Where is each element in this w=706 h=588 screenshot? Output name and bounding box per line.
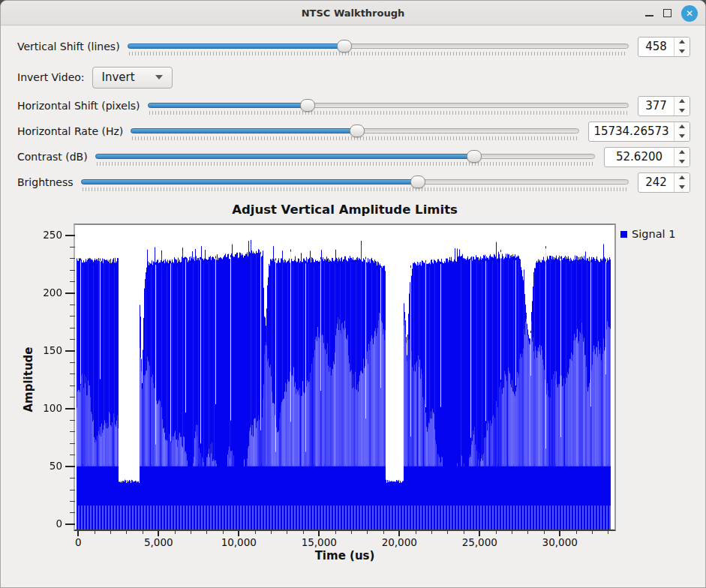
maximize-button[interactable] [663, 9, 671, 17]
xlabel: 5,000 [132, 536, 185, 548]
spin-up-button[interactable] [674, 148, 689, 158]
slider-tick-marks [129, 52, 627, 56]
invert-video-dropdown[interactable]: Invert [92, 67, 173, 88]
slider-tick-marks [97, 162, 593, 166]
arrow-up-icon [679, 150, 685, 154]
xtick-minor [447, 531, 448, 534]
brightness-label: Brightness [17, 176, 74, 188]
ytick [65, 292, 75, 294]
slider-handle[interactable] [300, 99, 315, 112]
vertical-shift-label: Vertical Shift (lines) [17, 40, 120, 52]
xtick-minor [527, 531, 528, 534]
invert-video-selected: Invert [102, 70, 135, 84]
xtick-minor [110, 531, 111, 534]
ytick [65, 350, 75, 352]
brightness-slider[interactable] [81, 172, 629, 193]
spin-up-button[interactable] [674, 122, 689, 132]
spin-up-button[interactable] [674, 38, 689, 47]
horizontal-shift-value[interactable]: 377 [638, 97, 674, 116]
arrow-down-icon [679, 160, 685, 164]
slider-handle[interactable] [337, 40, 352, 52]
ytick-minor [70, 501, 75, 502]
minimize-button[interactable] [645, 9, 653, 17]
signal-chart: Adjust Vertical Amplitude Limits Amplitu… [1, 200, 705, 586]
vertical-shift-value[interactable]: 458 [638, 38, 674, 56]
horizontal-rate-slider[interactable] [131, 121, 579, 142]
arrow-down-icon [679, 134, 685, 138]
slider-trough[interactable] [148, 103, 629, 108]
horizontal-rate-value[interactable]: 15734.26573 [589, 122, 674, 141]
xtick-minor [544, 531, 545, 534]
ylabel: 100 [29, 402, 62, 414]
slider-trough[interactable] [128, 44, 629, 49]
slider-handle[interactable] [467, 150, 482, 163]
row-brightness: Brightness 242 [17, 172, 690, 193]
contrast-label: Contrast (dB) [17, 151, 88, 163]
brightness-spinbox: 242 [638, 172, 690, 193]
row-vertical-shift: Vertical Shift (lines) 458 [17, 36, 690, 57]
ylabel: 50 [29, 460, 62, 472]
close-icon: ✕ [686, 9, 693, 18]
ytick [65, 408, 75, 410]
slider-trough[interactable] [81, 179, 629, 184]
horizontal-shift-slider[interactable] [148, 95, 629, 116]
xtick [318, 531, 320, 536]
slider-handle[interactable] [410, 176, 425, 188]
slider-fill [148, 103, 308, 108]
slider-fill [95, 154, 473, 159]
legend-swatch [620, 231, 627, 238]
xtick-minor [512, 531, 512, 534]
xtick-minor [335, 531, 336, 534]
xtick-minor [223, 531, 224, 534]
xtick-minor [416, 531, 416, 534]
xtick-minor [287, 531, 287, 534]
xtick [559, 531, 560, 536]
arrow-up-icon [679, 176, 685, 179]
arrow-up-icon [679, 40, 685, 44]
slider-tick-marks [83, 188, 627, 191]
xtick [158, 531, 159, 536]
spin-down-button[interactable] [674, 106, 689, 116]
xtick-minor [431, 531, 432, 534]
spin-arrows [674, 122, 689, 141]
ytick-minor [70, 339, 75, 340]
xlabel: 30,000 [533, 536, 586, 548]
xtick-minor [206, 531, 207, 534]
ytick-minor [70, 328, 75, 328]
spin-up-button[interactable] [674, 173, 689, 183]
spin-down-button[interactable] [674, 46, 689, 56]
xtick [479, 531, 480, 536]
ylabel: 0 [29, 518, 62, 530]
horizontal-shift-label: Horizontal Shift (pixels) [17, 100, 140, 112]
ytick-minor [70, 397, 75, 398]
legend-label: Signal 1 [632, 228, 675, 240]
ytick-minor [70, 386, 75, 386]
ytick-minor [70, 443, 75, 444]
ytick-minor [70, 270, 75, 271]
ylabel: 200 [29, 286, 62, 298]
legend: Signal 1 [620, 228, 675, 240]
spin-down-button[interactable] [674, 182, 689, 192]
vertical-shift-slider[interactable] [128, 36, 629, 57]
contrast-value[interactable]: 52.6200 [605, 148, 674, 166]
slider-trough[interactable] [95, 154, 595, 159]
xtick [238, 531, 239, 536]
close-button[interactable]: ✕ [681, 5, 698, 22]
ylabel: 150 [29, 344, 62, 356]
spin-up-button[interactable] [674, 97, 689, 106]
slider-handle[interactable] [350, 124, 365, 137]
chart-title: Adjust Vertical Amplitude Limits [75, 202, 614, 217]
brightness-value[interactable]: 242 [638, 173, 674, 192]
app-window: NTSC Walkthrough ✕ Vertical Shift (lines… [0, 0, 706, 588]
ytick [65, 235, 75, 236]
spin-arrows [674, 38, 689, 56]
spin-arrows [674, 97, 689, 116]
contrast-slider[interactable] [95, 146, 595, 167]
slider-fill [81, 179, 417, 184]
spin-down-button[interactable] [674, 157, 689, 166]
spin-down-button[interactable] [674, 131, 689, 141]
slider-fill [131, 128, 356, 134]
arrow-down-icon [679, 50, 685, 53]
ytick-minor [70, 362, 75, 363]
horizontal-shift-spinbox: 377 [638, 96, 690, 116]
